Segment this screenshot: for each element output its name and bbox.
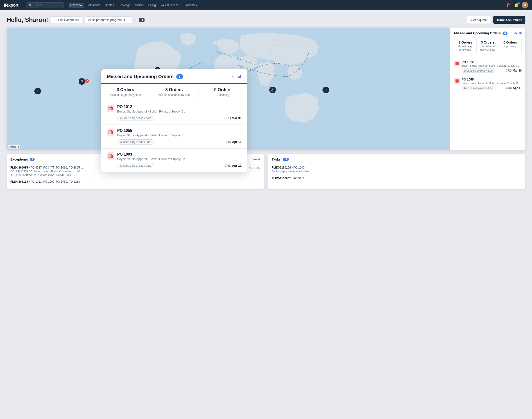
mapbox-attribution: © Mapbox — [8, 145, 20, 148]
stat-count-1: 3 Orders — [456, 40, 475, 44]
exception-id-1: FLEX-265685 — [10, 166, 28, 169]
navbar: flexport. 🔍 Search... Overview Shipments… — [0, 0, 532, 10]
svg-rect-17 — [110, 154, 110, 155]
popup-stat-count-3: 0 Orders — [202, 87, 243, 92]
order-stats: 3 Orders Missed cargo ready date 3 Order… — [454, 38, 522, 54]
crd-1: CRD Mar 30 — [506, 69, 522, 72]
header-actions: Get a quote Book a shipment — [467, 16, 525, 24]
task-sub-1: Booking approval required • 3 ru... — [272, 170, 522, 173]
order-item-1-header: 🟥 PO 1012 Buyer: Studio Apparel • Seller… — [454, 60, 522, 67]
popup-missed-badge-3: Missed cargo ready date — [117, 163, 154, 168]
svg-rect-1 — [109, 107, 113, 110]
task-row-1[interactable]: FLEX-1150104 • PO 1000 Booking approval … — [272, 164, 522, 175]
task-detail-2: • PO 5112 — [292, 177, 305, 180]
popup-order-3-info: PO 1003 Buyer: Studio Apparel • Seller: … — [117, 152, 185, 161]
popup-order-po-1: PO 1012 — [117, 105, 185, 109]
page-header: Hello, Sharon! ⊞ Edit Dashboard All ship… — [7, 16, 525, 24]
exception-status-1: In Transit to Arrival Port • Vessel Dela… — [10, 173, 260, 176]
nav-quotes[interactable]: Quotes — [103, 3, 116, 8]
map-marker-6-left[interactable]: 6 — [34, 88, 41, 94]
popup-order-buyer-1: Buyer: Studio Apparel • Seller: Forward … — [117, 110, 185, 113]
popup-stat-count-1: 3 Orders — [105, 87, 146, 92]
popup-stat-3[interactable]: 0 Orders Upcoming — [198, 84, 247, 101]
flag-icon[interactable]: 🚩 — [506, 3, 511, 8]
right-panel: Missed and Upcoming Orders 6 See all 3 O… — [450, 27, 525, 150]
popup-missed-badge-2: Missed cargo ready date — [117, 139, 154, 144]
order-icon-2: 🟥 — [454, 78, 460, 84]
popup-order-2-header: PO 1055 Buyer: Studio Apparel • Seller: … — [107, 129, 242, 137]
popup-order-1-info: PO 1012 Buyer: Studio Apparel • Seller: … — [117, 105, 185, 113]
avatar-initials: S — [522, 2, 528, 9]
nav-insights[interactable]: Insights ▾ — [184, 3, 199, 8]
nav-shipments[interactable]: Shipments — [85, 3, 102, 8]
popup-stat-count-2: 3 Orders — [154, 87, 195, 92]
nav-orders[interactable]: Orders — [133, 3, 145, 8]
popup-stats: 3 Orders Missed cargo ready date 3 Order… — [101, 84, 247, 101]
bottom-panels: Exceptions 3 See all FLEX-265685 • PO 45… — [7, 154, 525, 189]
map-marker-7[interactable]: 7 — [323, 87, 329, 93]
order-item-2-info: PO 1055 Buyer: Studio Apparel • Seller: … — [462, 78, 519, 84]
order-po-1: PO 1012 — [462, 60, 519, 64]
crd-2: CRD Apr 11 — [506, 86, 522, 90]
task-row-2[interactable]: FLEX-1150662 • PO 5112 — [272, 175, 522, 182]
filter-label: All shipments in progress — [88, 18, 122, 22]
svg-rect-11 — [110, 131, 110, 131]
user-avatar[interactable]: S — [522, 2, 528, 9]
nav-your-business[interactable]: Your Business ▾ — [159, 3, 183, 8]
filter-count-badge: +1 — [139, 18, 145, 22]
right-panel-title: Missed and Upcoming Orders 6 See all — [454, 31, 522, 35]
order-icon-1: 🟥 — [454, 61, 460, 66]
stat-upcoming[interactable]: 0 Orders Upcoming — [499, 38, 521, 54]
edit-dashboard-button[interactable]: ⊞ Edit Dashboard — [51, 16, 82, 23]
popup-stat-label-2: Missed must book by date — [154, 93, 195, 97]
main-content: Hello, Sharon! ⊞ Edit Dashboard All ship… — [0, 10, 532, 195]
main-panel: 6 3 2 6 ✈ ⚓ ⚓ 7 © Mapbox Missed and Upco… — [7, 27, 525, 150]
stat-count-3: 0 Orders — [501, 40, 519, 44]
order-item-2[interactable]: 🟥 PO 1055 Buyer: Studio Apparel • Seller… — [454, 75, 522, 92]
stat-missed-cargo[interactable]: 3 Orders Missed cargo ready date — [454, 38, 477, 54]
popup-order-3[interactable]: PO 1003 Buyer: Studio Apparel • Seller: … — [101, 148, 247, 172]
book-shipment-button[interactable]: Book a shipment — [493, 16, 525, 24]
search-bar[interactable]: 🔍 Search... — [26, 2, 64, 8]
popup-stat-1[interactable]: 3 Orders Missed cargo ready date — [101, 84, 150, 101]
order-item-1[interactable]: 🟥 PO 1012 Buyer: Studio Apparel • Seller… — [454, 58, 522, 75]
map-marker-anchor-2[interactable]: ⚓ — [269, 87, 276, 93]
exceptions-title: Exceptions — [10, 157, 28, 161]
stat-count-2: 3 Orders — [479, 40, 497, 44]
nav-bookings[interactable]: Bookings — [117, 3, 132, 8]
nav-billing[interactable]: Billing — [146, 3, 158, 8]
exceptions-see-all[interactable]: See all — [252, 158, 260, 161]
popup-order-3-footer: Missed cargo ready date CRD Apr 11 — [117, 163, 242, 168]
tasks-count: 11 — [283, 158, 289, 161]
nav-overview[interactable]: Overview — [68, 3, 84, 8]
filter-controls: ⊟ +1 — [135, 18, 145, 22]
popup-title: Missed and Upcoming Orders — [107, 74, 173, 79]
search-placeholder: Search... — [34, 3, 45, 7]
tasks-header: Tasks 11 — [272, 157, 522, 161]
popup-order-1[interactable]: PO 1012 Buyer: Studio Apparel • Seller: … — [101, 101, 247, 125]
order-item-2-header: 🟥 PO 1055 Buyer: Studio Apparel • Seller… — [454, 78, 522, 84]
popup-stat-label-3: Upcoming — [202, 93, 243, 97]
stat-missed-book[interactable]: 3 Orders Missed must book by date — [477, 38, 499, 54]
navbar-right: 🚩 🔔 9 S — [506, 2, 528, 9]
filter-dropdown[interactable]: All shipments in progress ▾ — [85, 16, 132, 23]
brand-logo[interactable]: flexport. — [4, 3, 20, 8]
popup-order-2[interactable]: PO 1055 Buyer: Studio Apparel • Seller: … — [101, 125, 247, 148]
popup-stat-2[interactable]: 3 Orders Missed must book by date — [150, 84, 199, 101]
tasks-panel: Tasks 11 FLEX-1150104 • PO 1000 Booking … — [268, 154, 525, 189]
popup-see-all[interactable]: See all — [231, 75, 242, 79]
exception-row-2[interactable]: FLEX-265163 • PO 1111, PO 1200, PO 1759,… — [10, 178, 260, 185]
missed-orders-count: 6 — [503, 32, 507, 35]
get-quote-button[interactable]: Get a quote — [467, 16, 491, 24]
popup-crd-3: CRD Apr 11 — [225, 164, 242, 167]
edit-dashboard-label: Edit Dashboard — [58, 18, 79, 22]
notifications-icon[interactable]: 🔔 9 — [514, 3, 519, 8]
search-icon: 🔍 — [29, 3, 32, 7]
popup-crd-1: CRD Mar 30 — [224, 116, 242, 120]
missed-badge-1: Missed cargo ready date — [462, 68, 495, 73]
popup-order-po-2: PO 1055 — [117, 129, 185, 133]
map-marker-3[interactable]: 3 — [79, 78, 85, 85]
svg-rect-13 — [109, 155, 113, 158]
stat-label-1: Missed cargo ready date — [456, 45, 475, 52]
see-all-link[interactable]: See all — [513, 32, 522, 35]
